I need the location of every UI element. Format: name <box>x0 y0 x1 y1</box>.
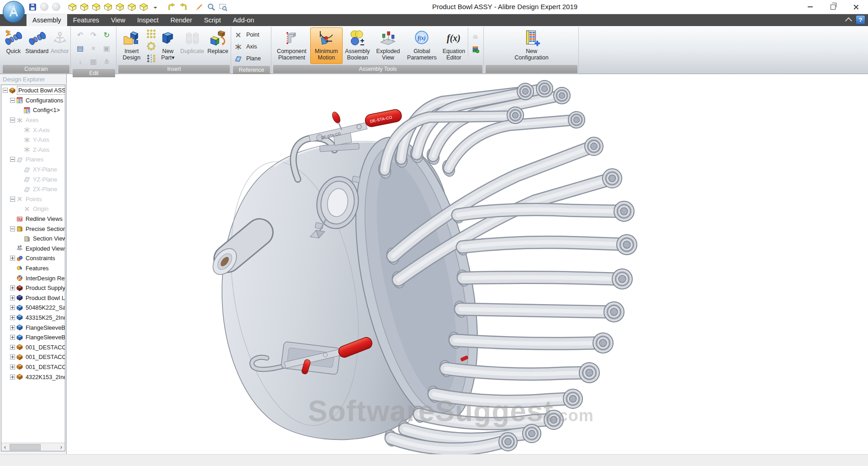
reference-plane-button[interactable]: Plane <box>235 53 261 64</box>
reference-axis-button[interactable]: Axis <box>235 41 261 53</box>
expand-icon[interactable] <box>10 256 15 261</box>
zoom-window-button[interactable] <box>218 2 228 12</box>
redo-button[interactable] <box>51 2 61 12</box>
expand-icon[interactable] <box>10 354 15 359</box>
tree-item[interactable]: Planes <box>1 155 65 165</box>
expand-icon[interactable] <box>10 285 15 290</box>
view-right-button[interactable] <box>103 2 113 12</box>
previous-view-button[interactable] <box>166 2 176 12</box>
collapse-icon[interactable] <box>10 118 15 123</box>
minimum-motion-button[interactable]: Minimum Motion <box>310 27 343 64</box>
help-button[interactable]: ? <box>856 15 865 25</box>
save-button[interactable] <box>27 2 37 12</box>
tree-horizontal-scrollbar[interactable]: ‹ › <box>1 443 65 451</box>
tree-item[interactable]: 4322K153_2Inch <box>1 372 65 382</box>
global-parameters-button[interactable]: f(x) Global Parameters <box>404 27 440 64</box>
view-top-button[interactable] <box>115 2 125 12</box>
expand-icon[interactable] <box>10 325 15 330</box>
tree-item[interactable]: Redline Views <box>1 214 65 224</box>
tab-render[interactable]: Render <box>164 14 198 26</box>
expand-icon[interactable] <box>10 305 15 310</box>
zoom-button[interactable] <box>206 2 216 12</box>
new-part-button[interactable]: New Part▾ <box>157 27 179 64</box>
view-back-button[interactable] <box>79 2 89 12</box>
close-button[interactable] <box>844 0 867 14</box>
equation-editor-button[interactable]: f(x) Equation Editor <box>440 27 468 64</box>
tree-item[interactable]: Config<1> <box>1 105 65 115</box>
measure-button[interactable] <box>194 2 204 12</box>
tab-add-on[interactable]: Add-on <box>227 14 260 26</box>
view-front-button[interactable] <box>67 2 77 12</box>
undo-button[interactable] <box>39 2 49 12</box>
tree-item[interactable]: Exploded Views <box>1 244 65 254</box>
collapse-icon[interactable] <box>10 197 15 202</box>
tree-item[interactable]: Product Bowl ASS <box>1 86 65 96</box>
tab-assembly[interactable]: Assembly <box>26 14 67 26</box>
tree-item[interactable]: Constraints <box>1 253 65 263</box>
new-configuration-button[interactable]: New Configuration <box>510 27 554 64</box>
collapse-ribbon-icon[interactable] <box>845 17 852 25</box>
tree-item[interactable]: Product Supply E <box>1 283 65 293</box>
tree-item[interactable]: YZ-Plane <box>1 174 65 184</box>
assembly-boolean-button[interactable]: Assembly Boolean <box>343 27 372 64</box>
tree-item[interactable]: FlangeSleeveBus <box>1 332 65 343</box>
configured-part-button[interactable] <box>469 43 482 55</box>
replace-button[interactable]: Replace <box>206 27 230 64</box>
expand-icon[interactable] <box>10 335 15 340</box>
expand-icon[interactable] <box>10 375 15 380</box>
tab-view[interactable]: View <box>105 14 131 26</box>
linear-pattern-button[interactable] <box>145 28 157 40</box>
tree-item[interactable]: 43315K25_2Inch <box>1 313 65 323</box>
view-menu-caret-button[interactable] <box>150 2 160 12</box>
edit-properties-button[interactable]: ▤ <box>74 42 86 54</box>
collapse-icon[interactable] <box>10 226 15 231</box>
component-placement-button[interactable]: Component Placement <box>273 27 310 64</box>
quick-constraint-button[interactable]: Quick <box>3 27 24 64</box>
minimize-button[interactable] <box>799 0 821 14</box>
tree-item[interactable]: ZX-Plane <box>1 184 65 194</box>
collapse-icon[interactable] <box>10 98 15 103</box>
scrollbar-thumb[interactable] <box>10 444 41 450</box>
reference-point-button[interactable]: Point <box>235 29 261 41</box>
tree-item[interactable]: FlangeSleeveBus <box>1 322 65 332</box>
collapse-icon[interactable] <box>10 157 15 162</box>
tree-item[interactable]: 001_DESTACO_ <box>1 352 65 362</box>
tree-item[interactable]: 001_DESTACO_ <box>1 362 65 372</box>
alibre-logo-icon[interactable] <box>3 1 25 23</box>
tree-item[interactable]: Axes <box>1 115 65 125</box>
restore-button[interactable] <box>821 0 844 14</box>
viewport-3d[interactable]: DE-STA-CO DE-STA-CO <box>67 74 868 454</box>
dropdown-caret[interactable]: ▾ <box>172 54 175 61</box>
tree-item[interactable]: Origin <box>1 204 65 214</box>
standard-constraint-button[interactable]: Standard <box>24 27 50 64</box>
tab-inspect[interactable]: Inspect <box>131 14 164 26</box>
tree-item[interactable]: Points <box>1 194 65 204</box>
expand-icon[interactable] <box>10 295 15 300</box>
tree-item[interactable]: Features <box>1 263 65 273</box>
expand-icon[interactable] <box>10 345 15 350</box>
tree-item[interactable]: 50485K222_San <box>1 303 65 313</box>
insert-design-button[interactable]: Insert Design <box>118 27 145 64</box>
view-iso-button[interactable] <box>138 2 148 12</box>
tree-item[interactable]: InterDesign Rela <box>1 273 65 283</box>
update-design-button[interactable]: ↻ <box>101 29 113 41</box>
mirror-pattern-button[interactable] <box>145 53 157 64</box>
collapse-icon[interactable] <box>3 88 8 93</box>
tree-item[interactable]: X-Axis <box>1 125 65 135</box>
circular-pattern-button[interactable] <box>145 40 157 52</box>
tree-item[interactable]: Y-Axis <box>1 135 65 145</box>
tree-item[interactable]: Precise Section V <box>1 224 65 234</box>
tree-item[interactable]: 001_DESTACO_ <box>1 342 65 352</box>
expand-icon[interactable] <box>10 315 15 320</box>
tree-item[interactable]: Product Bowl Lid <box>1 293 65 303</box>
tree-item[interactable]: Section View<1 <box>1 234 65 244</box>
exploded-view-button[interactable]: Exploded View <box>372 27 404 64</box>
view-left-button[interactable] <box>91 2 101 12</box>
tab-features[interactable]: Features <box>67 14 105 26</box>
tree-item[interactable]: XY-Plane <box>1 165 65 175</box>
view-bottom-button[interactable] <box>127 2 137 12</box>
scroll-right-icon[interactable]: › <box>58 444 65 451</box>
scroll-left-icon[interactable]: ‹ <box>1 444 9 451</box>
tree-item[interactable]: Z-Axis <box>1 145 65 155</box>
tree-item[interactable]: Configurations <box>1 96 65 106</box>
